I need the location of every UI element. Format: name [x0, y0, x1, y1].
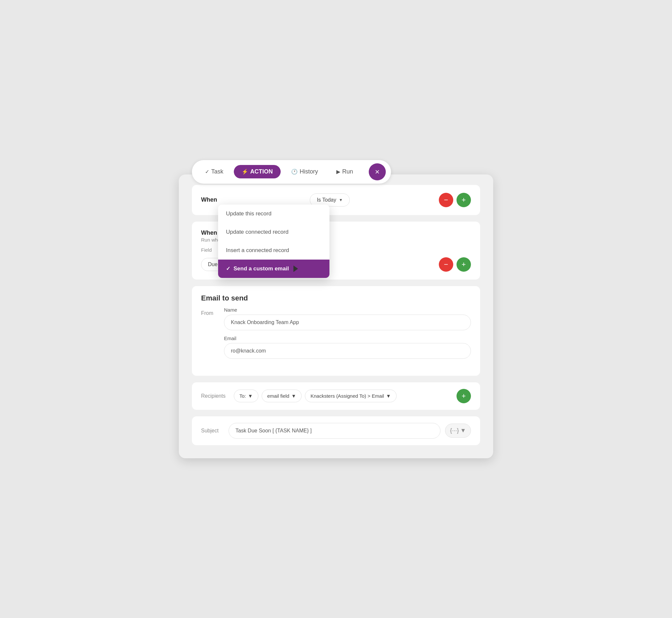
plus-icon-top: + [462, 196, 466, 204]
subject-input[interactable] [228, 423, 441, 439]
run-play-icon: ▶ [336, 169, 340, 175]
menu-item-update-connected[interactable]: Update connected record [218, 223, 329, 241]
task-check-icon: ✓ [205, 169, 209, 175]
selected-check-icon: ✓ [226, 266, 230, 272]
close-icon: × [375, 167, 380, 177]
when-label-top: When [201, 196, 221, 203]
recipients-row: Recipients To: ▼ email field ▼ Knackster… [201, 389, 471, 403]
tab-action[interactable]: ⚡ ACTION [234, 165, 281, 178]
minus-icon-top: − [444, 196, 448, 204]
email-section-title: Email to send [201, 294, 471, 302]
modal-wrapper: ✓ Task ⚡ ACTION 🕐 History ▶ Run × [179, 160, 493, 458]
recipients-label: Recipients [201, 393, 230, 399]
email-field-label-btn: email field [267, 393, 289, 399]
emoji-picker-button[interactable]: {···} ▼ [445, 424, 471, 438]
from-row: From Name Email [201, 307, 471, 364]
emoji-arrow: ▼ [460, 427, 466, 434]
email-input[interactable] [224, 343, 471, 359]
menu-item-update-record-label: Update this record [226, 210, 272, 217]
tab-history[interactable]: 🕐 History [283, 165, 326, 178]
main-card: When Update this record Update connected… [179, 175, 493, 458]
email-field-arrow: ▼ [291, 393, 296, 399]
to-dropdown[interactable]: To: ▼ [234, 390, 258, 402]
from-label: From [201, 307, 224, 364]
tab-run-label: Run [342, 168, 353, 175]
when-row-top: When Update this record Update connected… [201, 193, 471, 207]
subject-section: Subject {···} ▼ [192, 416, 480, 445]
email-field-dropdown[interactable]: email field ▼ [262, 390, 302, 402]
is-today-label-top: Is Today [317, 197, 336, 203]
menu-item-insert-connected-label: Insert a connected record [226, 247, 289, 253]
dropdown-arrow-top: ▼ [339, 198, 343, 202]
remove-button-top[interactable]: − [439, 193, 453, 207]
subject-label: Subject [201, 428, 224, 434]
knacksters-dropdown[interactable]: Knacksters (Assigned To) > Email ▼ [305, 390, 396, 402]
menu-item-send-email[interactable]: ✓ Send a custom email [218, 260, 329, 278]
remove-button-criteria[interactable]: − [439, 257, 453, 272]
when-label-criteria: When [201, 229, 221, 236]
minus-icon-criteria: − [444, 260, 448, 269]
cursor-pointer [293, 266, 298, 272]
menu-item-update-connected-label: Update connected record [226, 229, 289, 235]
add-button-top[interactable]: + [457, 193, 471, 207]
add-recipient-icon: + [462, 392, 466, 400]
name-sublabel: Name [224, 307, 471, 313]
close-button[interactable]: × [369, 163, 386, 180]
action-dropdown-menu: Update this record Update connected reco… [218, 205, 329, 278]
menu-item-send-email-label: Send a custom email [233, 266, 289, 272]
tab-run[interactable]: ▶ Run [328, 165, 361, 178]
to-arrow: ▼ [248, 393, 253, 399]
menu-item-update-record[interactable]: Update this record [218, 205, 329, 223]
field-label: Field [201, 247, 212, 253]
action-buttons-top: − + [439, 193, 471, 207]
add-recipient-button[interactable]: + [457, 389, 471, 403]
from-fields-group: Name Email [224, 307, 471, 364]
action-bolt-icon: ⚡ [242, 169, 248, 175]
when-section-top: When Update this record Update connected… [192, 185, 480, 215]
plus-icon-criteria: + [462, 260, 466, 269]
tab-bar: ✓ Task ⚡ ACTION 🕐 History ▶ Run × [192, 160, 391, 184]
subject-row: Subject {···} ▼ [201, 423, 471, 439]
add-button-criteria[interactable]: + [457, 257, 471, 272]
name-input[interactable] [224, 315, 471, 330]
knacksters-arrow: ▼ [386, 393, 391, 399]
tab-action-label: ACTION [250, 168, 273, 175]
tab-history-label: History [300, 168, 318, 175]
to-label: To: [239, 393, 246, 399]
email-section: Email to send From Name Email [192, 286, 480, 376]
tab-task[interactable]: ✓ Task [197, 165, 231, 178]
knacksters-label: Knacksters (Assigned To) > Email [310, 393, 384, 399]
emoji-icon: {···} [450, 427, 459, 434]
recipients-section: Recipients To: ▼ email field ▼ Knackster… [192, 382, 480, 410]
action-buttons-criteria: − + [439, 257, 471, 272]
history-clock-icon: 🕐 [291, 169, 298, 175]
email-sublabel: Email [224, 335, 471, 341]
menu-item-insert-connected[interactable]: Insert a connected record [218, 241, 329, 260]
tab-task-label: Task [211, 168, 223, 175]
